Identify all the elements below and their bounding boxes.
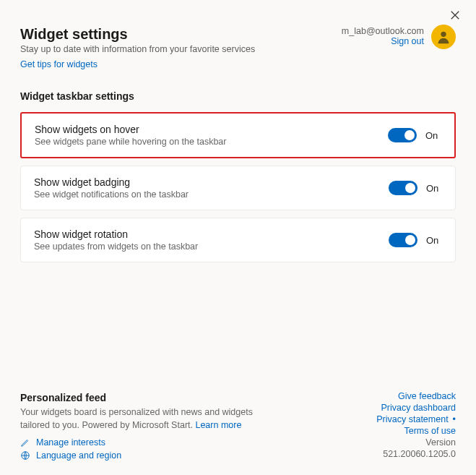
setting-card-rotation: Show widget rotation See updates from wi…	[20, 218, 456, 262]
toggle-state-label: On	[425, 130, 441, 141]
card-text: Show widget rotation See updates from wi…	[34, 228, 389, 252]
tips-link[interactable]: Get tips for widgets	[20, 59, 98, 69]
language-region-link[interactable]: Language and region	[36, 450, 121, 461]
title-block: Widget settings Stay up to date with inf…	[20, 26, 342, 70]
terms-of-use-link[interactable]: Terms of use	[404, 426, 456, 436]
toggle-badging[interactable]	[389, 181, 417, 195]
language-region-row[interactable]: Language and region	[20, 450, 280, 461]
card-desc: See widget notifications on the taskbar	[34, 189, 389, 200]
toggle-show-on-hover[interactable]	[388, 128, 417, 142]
toggle-state-label: On	[426, 183, 442, 194]
toggle-wrap: On	[389, 233, 442, 247]
page-subtitle: Stay up to date with information from yo…	[20, 44, 342, 54]
manage-interests-row[interactable]: Manage interests	[20, 437, 280, 448]
version-label: Version	[376, 437, 456, 448]
section-title: Widget taskbar settings	[20, 90, 456, 102]
card-text: Show widgets on hover See widgets pane w…	[35, 124, 388, 147]
avatar-icon	[436, 29, 451, 45]
footer-right: Give feedback Privacy dashboard Privacy …	[376, 391, 456, 461]
privacy-dashboard-link[interactable]: Privacy dashboard	[381, 403, 456, 413]
header-row: Widget settings Stay up to date with inf…	[20, 26, 456, 70]
close-icon	[450, 10, 460, 20]
toggle-rotation[interactable]	[389, 233, 417, 247]
card-title: Show widget badging	[34, 176, 389, 188]
card-desc: See widgets pane while hovering on the t…	[35, 137, 388, 147]
footer-left: Personalized feed Your widgets board is …	[20, 392, 280, 461]
toggle-wrap: On	[389, 181, 442, 195]
sign-out-link[interactable]: Sign out	[342, 36, 424, 46]
globe-icon	[20, 450, 30, 461]
avatar[interactable]	[431, 25, 456, 49]
learn-more-link[interactable]: Learn more	[195, 420, 241, 430]
toggle-state-label: On	[426, 235, 442, 246]
account-text: m_lab@outlook.com Sign out	[342, 26, 424, 46]
manage-interests-link[interactable]: Manage interests	[36, 437, 105, 448]
privacy-statement-link[interactable]: Privacy statement	[376, 414, 456, 424]
card-text: Show widget badging See widget notificat…	[34, 176, 389, 200]
footer-title: Personalized feed	[20, 392, 280, 403]
footer-desc: Your widgets board is personalized with …	[20, 406, 280, 432]
footer: Personalized feed Your widgets board is …	[20, 377, 456, 461]
pencil-icon	[20, 437, 30, 448]
close-button[interactable]	[450, 10, 462, 22]
toggle-wrap: On	[388, 128, 441, 142]
widget-settings-panel: Widget settings Stay up to date with inf…	[0, 0, 476, 475]
setting-card-badging: Show widget badging See widget notificat…	[20, 166, 456, 210]
svg-point-0	[441, 32, 446, 37]
setting-card-hover: Show widgets on hover See widgets pane w…	[20, 112, 456, 158]
card-desc: See updates from widgets on the taskbar	[34, 241, 389, 252]
card-title: Show widget rotation	[34, 228, 389, 240]
version-number: 521.20060.1205.0	[376, 449, 456, 459]
give-feedback-link[interactable]: Give feedback	[398, 391, 456, 401]
card-title: Show widgets on hover	[35, 124, 388, 135]
page-title: Widget settings	[20, 26, 342, 43]
account-block: m_lab@outlook.com Sign out	[342, 26, 456, 49]
account-email: m_lab@outlook.com	[342, 26, 424, 36]
